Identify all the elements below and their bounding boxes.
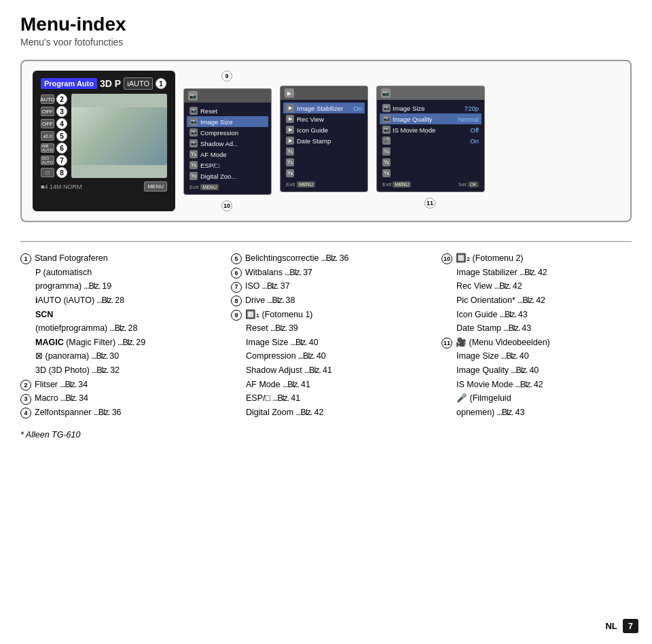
menu2-header: ▶ <box>280 86 367 100</box>
item-dots-recview: ...Blz. <box>494 279 511 293</box>
num-circle-8: 8 <box>231 296 242 306</box>
item-label-videomenu: 🎥 (Menu Videobeelden) <box>456 336 550 350</box>
item-label-iauto: iAUTO (iAUTO) <box>35 293 94 308</box>
m1-compression: 📷 Compression <box>189 127 266 138</box>
item-page-vid-imgsize: 40 <box>520 349 529 363</box>
item-page-panorama: 30 <box>109 349 119 363</box>
item-panorama: ⊠ (panorama) ...Blz. 30 <box>20 349 211 363</box>
item-dots-iconguide: ...Blz. <box>499 308 515 322</box>
item-label-motiefprog: (motiefprogramma) <box>35 321 107 336</box>
item-page-zelfont: 36 <box>112 406 122 420</box>
diagram-num-9: 9 <box>221 71 232 82</box>
item-dots-imgsize: ...Blz. <box>291 336 307 350</box>
item-afmode: AF Mode ...Blz. 41 <box>231 378 421 392</box>
page-subtitle: Menu's voor fotofuncties <box>20 37 632 48</box>
menu-screen-2: ▶ ▶ Image Stabilizer On ▶ Rec View ▶ Ico… <box>280 86 368 192</box>
cam-setting-ev: ±0.0 5 <box>41 130 67 141</box>
cam-setting-wb: WBAUTO 6 <box>41 143 67 154</box>
item-label-panorama: ⊠ (panorama) <box>35 349 89 363</box>
m3-mic: 🎤 On <box>382 135 479 146</box>
item-label-reset: Reset <box>246 321 268 336</box>
item-label-macro: Macro <box>35 391 58 406</box>
m2-y3: Y₃ <box>286 168 362 179</box>
col-3: 10 🔲₂ (Fotomenu 2) Image Stabilizer ...B… <box>441 251 632 442</box>
menu-btn[interactable]: MENU <box>144 181 167 192</box>
num-circle-7: 7 <box>231 282 242 293</box>
item-shadowadj: Shadow Adjust ...Blz. 41 <box>231 363 421 378</box>
item-dots-shadowadj: ...Blz. <box>304 363 321 378</box>
section-divider <box>20 241 632 242</box>
item-dots-afmode: ...Blz. <box>283 378 299 392</box>
item-page-belicht: 36 <box>340 251 349 266</box>
item-motiefprog: (motiefprogramma) ...Blz. 28 <box>20 321 211 336</box>
item-page-esp: 41 <box>291 391 300 406</box>
item-dots-witbal: ...Blz. <box>285 266 301 280</box>
item-stand: 1 Stand Fotograferen <box>20 251 211 266</box>
num-4: 4 <box>56 118 67 129</box>
menu3-header: 📷 <box>377 86 484 100</box>
num-8: 8 <box>56 167 67 178</box>
item-dots-iso: ...Blz. <box>262 279 278 293</box>
diagram-num-11: 11 <box>424 198 435 209</box>
item-label-p2: programma) <box>35 279 82 293</box>
item-macro: 3 Macro ...Blz. 34 <box>20 391 211 406</box>
off2-icon: OFF <box>41 119 54 128</box>
item-label-compress: Compression <box>246 349 296 363</box>
item-label-picorient: Pic Orientation* <box>456 293 515 308</box>
item-page-3d: 32 <box>110 363 120 378</box>
m1-reset: 📷 Reset <box>189 105 266 116</box>
item-imgsize: Image Size ...Blz. 40 <box>231 336 421 350</box>
item-dots-motiefprog: ...Blz. <box>109 321 126 336</box>
bottom-bar: NL 7 <box>605 619 638 633</box>
item-dots-zelfont: ...Blz. <box>93 406 109 420</box>
cam-setting-auto: AUTO 2 <box>41 94 67 105</box>
ev-icon: ±0.0 <box>41 131 54 141</box>
m1-digitalzoom: Y₂ Digital Zoo... <box>189 171 266 181</box>
item-label-stand: Stand Fotograferen <box>35 251 108 266</box>
m2-recview: ▶ Rec View <box>286 113 362 124</box>
diagram-num-10: 10 <box>221 200 232 211</box>
item-page-reset: 39 <box>289 321 298 336</box>
item-label-zelfont: Zelfontspanner <box>35 406 91 420</box>
item-dots-panorama: ...Blz. <box>91 349 107 363</box>
item-page-shadowadj: 41 <box>323 363 332 378</box>
num-circle-4: 4 <box>20 408 31 418</box>
item-opnemen: opnemen) ...Blz. 43 <box>441 406 632 420</box>
item-label-iconguide: Icon Guide <box>456 308 497 322</box>
item-label-vid-ismovie: IS Movie Mode <box>456 378 513 392</box>
item-page-p: 19 <box>102 279 111 293</box>
item-label-imgstab: Image Stabilizer <box>456 266 518 280</box>
m3-exit: ExitMENU SetOK <box>382 181 479 187</box>
item-label-drive: Drive <box>245 293 265 308</box>
item-scn: SCN <box>20 308 211 322</box>
item-vid-imgquality: Image Quality ...Blz. 40 <box>441 363 632 378</box>
badge-p: P <box>115 78 121 89</box>
m2-stabilizer: ▶ Image Stabilizer On <box>283 103 365 113</box>
m2-iconguide: ▶ Icon Guide <box>286 124 362 135</box>
language-label: NL <box>605 621 617 631</box>
item-esp: ESP/□ ...Blz. 41 <box>231 391 421 406</box>
item-label-datestamp: Date Stamp <box>456 321 501 336</box>
item-label-filmgeluid: 🎤 (Filmgeluid <box>456 391 511 406</box>
item-page-datestamp: 43 <box>522 321 531 336</box>
num-circle-5: 5 <box>231 253 242 264</box>
item-page-iconguide: 43 <box>518 308 528 322</box>
item-vid-imgsize: Image Size ...Blz. 40 <box>441 349 632 363</box>
item-dots-picorient: ...Blz. <box>518 293 534 308</box>
item-witbal: 6 Witbalans ...Blz. 37 <box>231 266 421 280</box>
item-page-flitser: 34 <box>78 378 88 392</box>
item-drive: 8 Drive ...Blz. 38 <box>231 293 421 308</box>
item-label-magic: MAGIC (Magic Filter) <box>35 336 115 350</box>
cam-num-1: 1 <box>156 78 166 89</box>
m1-imagesize: 📷 Image Size <box>187 116 268 127</box>
item-dots-digizoom: ...Blz. <box>295 406 312 420</box>
cam-image-area <box>71 94 167 178</box>
item-label-fotomenu2: 🔲₂ (Fotomenu 2) <box>456 251 524 266</box>
item-magic: MAGIC (Magic Filter) ...Blz. 29 <box>20 336 211 350</box>
item-datestamp: Date Stamp ...Blz. 43 <box>441 321 632 336</box>
cam-photo <box>71 107 167 165</box>
item-dots-flitser: ...Blz. <box>60 378 76 392</box>
item-label-belicht: Belichtingscorrectie <box>245 251 319 266</box>
item-page-iso: 37 <box>280 279 290 293</box>
m3-y2: Y₂ <box>382 157 479 168</box>
